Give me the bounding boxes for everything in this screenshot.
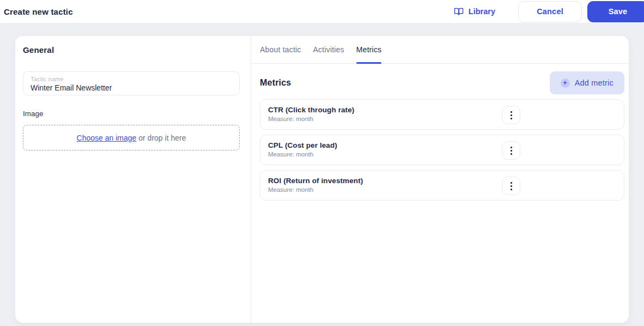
save-button[interactable]: Save — [587, 1, 644, 22]
image-dropzone[interactable]: Choose an image or drop it here — [23, 125, 240, 150]
tab-activities[interactable]: Activities — [313, 36, 344, 63]
metric-name: CPL (Cost per lead) — [268, 141, 624, 149]
metrics-heading: Metrics — [260, 78, 291, 88]
metrics-body: Metrics + Add metric CTR (Click through … — [251, 64, 629, 206]
metric-card: CPL (Cost per lead) Measure: month — [260, 135, 624, 165]
plus-icon: + — [561, 79, 570, 88]
content-card: General Tactic name Image Choose an imag… — [15, 36, 629, 323]
metric-name: ROI (Return of investment) — [268, 177, 624, 185]
topbar: Create new tactic Library Cancel Save — [0, 0, 644, 23]
drop-text: or drop it here — [138, 134, 186, 142]
metric-menu-button[interactable] — [502, 106, 520, 124]
general-panel: General Tactic name Image Choose an imag… — [15, 36, 251, 323]
library-button[interactable]: Library — [454, 7, 495, 16]
tab-about-tactic[interactable]: About tactic — [260, 36, 301, 63]
kebab-menu-icon — [511, 147, 512, 155]
kebab-menu-icon — [511, 182, 512, 190]
tactic-name-field[interactable]: Tactic name — [23, 71, 240, 95]
metric-menu-button[interactable] — [502, 177, 520, 195]
metric-card: CTR (Click through rate) Measure: month — [260, 99, 624, 130]
kebab-menu-icon — [511, 111, 512, 119]
image-label: Image — [23, 110, 240, 118]
general-heading: General — [23, 45, 240, 56]
tabs-bar: About tactic Activities Metrics — [251, 36, 629, 64]
metric-list: CTR (Click through rate) Measure: month … — [260, 99, 624, 201]
cancel-button[interactable]: Cancel — [518, 1, 582, 22]
metrics-panel: About tactic Activities Metrics Metrics … — [251, 36, 629, 323]
metrics-header: Metrics + Add metric — [260, 71, 624, 94]
metric-measure: Measure: month — [268, 116, 624, 122]
tab-metrics[interactable]: Metrics — [356, 36, 382, 63]
metric-measure: Measure: month — [268, 186, 624, 193]
topbar-actions: Library Cancel Save — [454, 0, 644, 23]
book-open-icon — [454, 7, 464, 16]
tactic-name-label: Tactic name — [31, 76, 232, 82]
add-metric-button[interactable]: + Add metric — [550, 71, 624, 94]
page-title: Create new tactic — [4, 7, 73, 16]
metric-measure: Measure: month — [268, 151, 624, 158]
metric-name: CTR (Click through rate) — [268, 106, 624, 114]
library-label: Library — [469, 7, 495, 16]
tactic-name-input[interactable] — [31, 83, 232, 92]
metric-card: ROI (Return of investment) Measure: mont… — [260, 170, 624, 201]
choose-image-link[interactable]: Choose an image — [77, 134, 137, 142]
add-metric-label: Add metric — [575, 79, 613, 87]
metric-menu-button[interactable] — [502, 141, 520, 160]
